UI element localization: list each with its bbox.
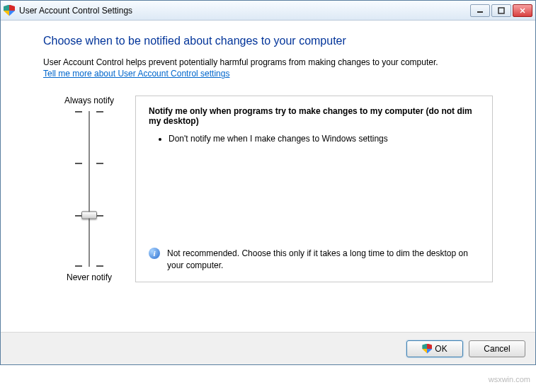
level-bullet: Don't notify me when I make changes to W… bbox=[169, 133, 479, 145]
level-description-box: Notify me only when programs try to make… bbox=[135, 96, 493, 282]
window-controls bbox=[470, 4, 532, 17]
watermark: wsxwin.com bbox=[489, 375, 530, 384]
uac-shield-icon bbox=[422, 344, 432, 354]
svg-rect-1 bbox=[498, 8, 504, 13]
slider-column: Always notify Never notify bbox=[43, 96, 135, 282]
button-bar: OK Cancel bbox=[1, 332, 535, 364]
level-title: Notify me only when programs try to make… bbox=[149, 106, 479, 126]
window-title: User Account Control Settings bbox=[19, 6, 470, 16]
ok-button[interactable]: OK bbox=[406, 340, 463, 357]
close-button[interactable] bbox=[513, 4, 532, 17]
slider-label-never: Never notify bbox=[67, 272, 112, 282]
maximize-button[interactable] bbox=[491, 4, 511, 17]
content-area: Choose when to be notified about changes… bbox=[1, 21, 535, 332]
learn-more-link[interactable]: Tell me more about User Account Control … bbox=[43, 69, 229, 79]
slider-track bbox=[89, 111, 90, 267]
slider-label-always: Always notify bbox=[64, 96, 114, 105]
recommendation-text: Not recommended. Choose this only if it … bbox=[167, 248, 479, 272]
notification-slider[interactable] bbox=[68, 111, 110, 267]
uac-shield-icon bbox=[4, 5, 15, 16]
slider-thumb[interactable] bbox=[81, 211, 97, 219]
slider-section: Always notify Never notify Notify me onl… bbox=[43, 96, 493, 282]
page-description: User Account Control helps prevent poten… bbox=[43, 57, 493, 67]
level-bullet-list: Don't notify me when I make changes to W… bbox=[149, 133, 479, 149]
recommendation-row: i Not recommended. Choose this only if i… bbox=[149, 248, 479, 272]
slider-tick bbox=[75, 111, 103, 113]
slider-tick bbox=[75, 265, 103, 267]
cancel-button[interactable]: Cancel bbox=[469, 340, 525, 357]
page-heading: Choose when to be notified about changes… bbox=[43, 35, 493, 47]
titlebar: User Account Control Settings bbox=[1, 1, 535, 21]
uac-settings-window: User Account Control Settings Choose whe… bbox=[0, 0, 536, 365]
cancel-button-label: Cancel bbox=[484, 344, 510, 354]
minimize-button[interactable] bbox=[470, 4, 490, 17]
slider-tick bbox=[75, 163, 103, 164]
info-icon: i bbox=[149, 248, 160, 259]
ok-button-label: OK bbox=[435, 344, 447, 354]
